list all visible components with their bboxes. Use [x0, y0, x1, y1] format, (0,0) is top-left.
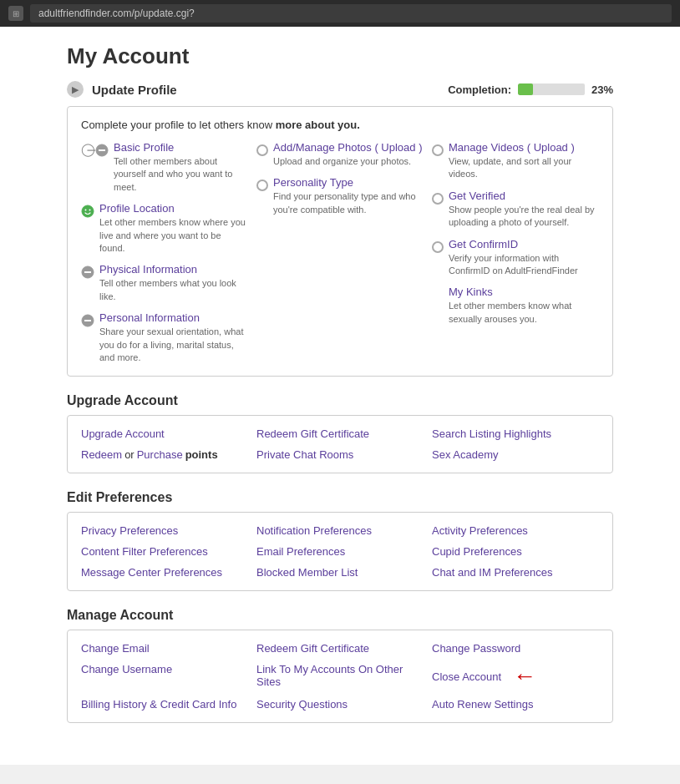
add-photos-desc: Upload and organize your photos. — [273, 155, 423, 168]
or-text: or — [124, 448, 134, 461]
upgrade-section-title: Upgrade Account — [67, 393, 613, 408]
profile-item-photos: Add/Manage Photos ( Upload ) Upload and … — [256, 141, 424, 168]
get-confirmid-link[interactable]: Get ConfirmID — [449, 238, 599, 250]
profile-col-0: ◯̶ Basic Profile Tell other members abou… — [81, 141, 248, 364]
upgrade-card: Upgrade Account Redeem Gift Certificate … — [67, 415, 613, 473]
chat-im-prefs-link[interactable]: Chat and IM Preferences — [432, 566, 599, 579]
profile-grid: ◯̶ Basic Profile Tell other members abou… — [81, 141, 599, 364]
profile-card-header: Complete your profile to let others know… — [81, 119, 599, 131]
basic-profile-desc: Tell other members about yourself and wh… — [114, 155, 248, 194]
svg-rect-6 — [84, 271, 91, 273]
red-arrow-annotation: ← — [513, 663, 536, 690]
profile-item-basic-profile: ◯̶ Basic Profile Tell other members abou… — [81, 141, 248, 194]
svg-rect-1 — [99, 149, 105, 151]
billing-history-link[interactable]: Billing History & Credit Card Info — [81, 698, 248, 711]
manage-account-section-title: Manage Account — [67, 608, 613, 623]
svg-point-11 — [433, 145, 443, 155]
progress-bar — [518, 83, 585, 95]
get-verified-desc: Show people you're the real deal by uplo… — [449, 204, 599, 230]
close-account-row: Close Account ← — [432, 663, 599, 690]
blocked-member-link[interactable]: Blocked Member List — [256, 566, 424, 579]
profile-location-desc: Let other members know where you live an… — [99, 216, 248, 255]
update-profile-header: ▶ Update Profile Completion: 23% — [67, 81, 613, 98]
profile-item-kinks: My Kinks Let other members know what sex… — [432, 286, 599, 326]
my-kinks-desc: Let other members know what sexually aro… — [449, 300, 599, 326]
profile-item-physical: Physical Information Tell other members … — [81, 263, 248, 303]
radio-icon-personality — [256, 177, 268, 191]
svg-point-4 — [89, 210, 91, 211]
personality-type-desc: Find your personality type and who you'r… — [273, 190, 424, 216]
notification-prefs-link[interactable]: Notification Preferences — [256, 524, 424, 537]
auto-renew-link[interactable]: Auto Renew Settings — [432, 698, 599, 711]
upgrade-account-link[interactable]: Upgrade Account — [81, 427, 248, 440]
my-kinks-link[interactable]: My Kinks — [449, 286, 599, 298]
physical-info-desc: Tell other members what you look like. — [99, 277, 248, 303]
edit-prefs-card: Privacy Preferences Notification Prefere… — [67, 512, 613, 591]
personality-type-link[interactable]: Personality Type — [273, 176, 424, 189]
purchase-link[interactable]: Purchase — [137, 448, 183, 461]
activity-prefs-link[interactable]: Activity Preferences — [432, 524, 599, 537]
add-photos-link[interactable]: Add/Manage Photos ( Upload ) — [273, 141, 423, 154]
page-title: My Account — [67, 43, 613, 69]
radio-icon-videos — [432, 142, 444, 156]
profile-item-personality: Personality Type Find your personality t… — [256, 176, 424, 216]
profile-item-location: Profile Location Let other members know … — [81, 202, 248, 255]
minus-circle-icon: ◯̶ — [81, 142, 109, 157]
svg-point-10 — [257, 180, 267, 190]
privacy-prefs-link[interactable]: Privacy Preferences — [81, 524, 248, 537]
profile-item-verified: Get Verified Show people you're the real… — [432, 190, 599, 230]
profile-col-2: Manage Videos ( Upload ) View, update, a… — [432, 141, 599, 364]
message-center-prefs-link[interactable]: Message Center Preferences — [81, 566, 248, 579]
completion-area: Completion: 23% — [448, 83, 613, 96]
manage-videos-link[interactable]: Manage Videos ( Upload ) — [449, 141, 599, 154]
profile-item-confirmid: Get ConfirmID Verify your information wi… — [432, 238, 599, 278]
completion-pct: 23% — [591, 83, 613, 96]
redeem-gift-cert-manage-link[interactable]: Redeem Gift Certificate — [256, 642, 424, 655]
profile-card: Complete your profile to let others know… — [67, 106, 613, 377]
profile-location-link[interactable]: Profile Location — [99, 202, 248, 215]
personal-info-link[interactable]: Personal Information — [99, 311, 248, 324]
minus-circle-icon-2 — [81, 264, 94, 279]
security-questions-link[interactable]: Security Questions — [256, 698, 424, 711]
svg-rect-8 — [84, 320, 91, 321]
svg-point-2 — [82, 205, 94, 217]
search-listing-link[interactable]: Search Listing Highlights — [432, 427, 599, 440]
private-chat-link[interactable]: Private Chat Rooms — [256, 448, 424, 461]
get-verified-link[interactable]: Get Verified — [449, 190, 599, 202]
cupid-prefs-link[interactable]: Cupid Preferences — [432, 545, 599, 558]
content-filter-prefs-link[interactable]: Content Filter Preferences — [81, 545, 248, 558]
basic-profile-link[interactable]: Basic Profile — [114, 141, 248, 154]
url-bar[interactable]: adultfriendfinder.com/p/update.cgi? — [30, 4, 672, 23]
svg-point-13 — [433, 242, 443, 252]
edit-prefs-grid: Privacy Preferences Notification Prefere… — [81, 524, 599, 579]
manage-videos-desc: View, update, and sort all your videos. — [449, 155, 599, 181]
close-account-link[interactable]: Close Account — [432, 670, 501, 683]
minus-circle-icon-3 — [81, 312, 94, 327]
completion-label: Completion: — [448, 83, 511, 96]
manage-account-grid: Change Email Redeem Gift Certificate Cha… — [81, 642, 599, 711]
profile-item-personal: Personal Information Share your sexual o… — [81, 311, 248, 364]
physical-info-link[interactable]: Physical Information — [99, 263, 248, 276]
get-confirmid-desc: Verify your information with ConfirmID o… — [449, 252, 599, 278]
link-other-accounts-link[interactable]: Link To My Accounts On Other Sites — [256, 663, 424, 690]
browser-icon: ⊞ — [8, 6, 23, 21]
collapse-arrow-icon[interactable]: ▶ — [67, 81, 84, 98]
browser-bar: ⊞ adultfriendfinder.com/p/update.cgi? — [0, 0, 680, 27]
page-container: My Account ▶ Update Profile Completion: … — [0, 27, 680, 765]
svg-point-12 — [433, 194, 443, 204]
change-username-link[interactable]: Change Username — [81, 663, 248, 690]
upgrade-link-grid: Upgrade Account Redeem Gift Certificate … — [81, 427, 599, 461]
profile-item-videos: Manage Videos ( Upload ) View, update, a… — [432, 141, 599, 181]
smiley-icon — [81, 203, 94, 218]
change-email-link[interactable]: Change Email — [81, 642, 248, 655]
profile-col-1: Add/Manage Photos ( Upload ) Upload and … — [256, 141, 424, 364]
email-prefs-link[interactable]: Email Preferences — [256, 545, 424, 558]
sex-academy-link[interactable]: Sex Academy — [432, 448, 599, 461]
redeem-link[interactable]: Redeem — [81, 448, 122, 461]
redeem-gift-cert-link[interactable]: Redeem Gift Certificate — [256, 427, 424, 440]
change-password-link[interactable]: Change Password — [432, 642, 599, 655]
radio-icon-verified — [432, 190, 444, 205]
svg-point-3 — [85, 210, 87, 211]
progress-bar-fill — [518, 83, 533, 95]
personal-info-desc: Share your sexual orientation, what you … — [99, 326, 248, 364]
